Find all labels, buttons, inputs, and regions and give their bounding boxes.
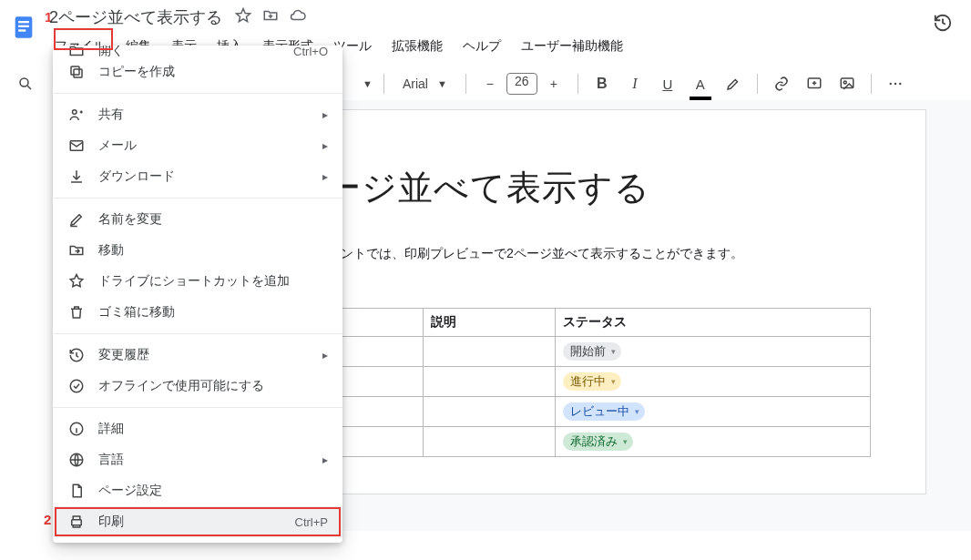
menu-item-move[interactable]: 移動 (53, 235, 342, 266)
history-icon (67, 347, 86, 363)
move-icon[interactable] (262, 7, 279, 27)
menu-item-make-copy[interactable]: コピーを作成 (53, 56, 342, 87)
menu-help[interactable]: ヘルプ (454, 35, 510, 58)
mail-icon (67, 137, 86, 154)
decrease-fontsize-button[interactable]: − (477, 71, 503, 97)
status-chip[interactable]: レビュー中 (563, 402, 645, 421)
menu-item-label: 共有 (98, 107, 310, 123)
insert-link-button[interactable] (769, 71, 794, 97)
menu-separator (53, 333, 342, 334)
toolbar-separator (757, 74, 758, 94)
menu-item-label: 言語 (98, 452, 310, 468)
insert-image-button[interactable] (834, 71, 860, 97)
file-menu-dropdown: 開く Ctrl+O コピーを作成 共有 ▸ メール ▸ ダウンロード ▸ 名前を… (53, 46, 342, 543)
chevron-down-icon[interactable]: ▼ (363, 78, 373, 89)
table-header: ステータス (556, 309, 871, 337)
menu-item-page-setup[interactable]: ページ設定 (53, 475, 342, 506)
status-chip[interactable]: 開始前 (563, 342, 621, 361)
menu-separator (53, 93, 342, 94)
more-toolbar-icon[interactable] (883, 71, 908, 97)
cloud-icon[interactable] (290, 7, 306, 27)
document-heading: ページ並べて表示する (290, 165, 871, 211)
menu-accessibility[interactable]: ユーザー補助機能 (512, 35, 632, 58)
menu-item-rename[interactable]: 名前を変更 (53, 204, 342, 235)
menu-extensions[interactable]: 拡張機能 (383, 35, 452, 58)
table-row: 進行中 (291, 367, 871, 397)
chevron-down-icon: ▼ (437, 78, 447, 89)
svg-rect-18 (72, 520, 82, 525)
globe-icon (67, 452, 86, 468)
document-table[interactable]: イル 説明 ステータス 開始前 進行中 レビュー中 承認済み (290, 308, 871, 457)
menu-item-share[interactable]: 共有 ▸ (53, 99, 342, 130)
rename-icon (67, 211, 86, 228)
menu-item-open[interactable]: 開く Ctrl+O (53, 46, 342, 56)
page-icon (67, 483, 86, 499)
menu-item-add-shortcut[interactable]: ドライブにショートカットを追加 (53, 266, 342, 297)
add-comment-button[interactable] (802, 71, 827, 97)
svg-point-7 (843, 81, 846, 84)
toolbar-separator (871, 74, 872, 94)
svg-point-9 (894, 83, 896, 85)
menu-item-print[interactable]: 印刷 Ctrl+P (53, 506, 342, 537)
menu-item-version-history[interactable]: 変更履歴 ▸ (53, 340, 342, 371)
font-family-label: Arial (403, 76, 428, 91)
shortcut-icon (67, 273, 86, 290)
copy-icon (67, 64, 86, 80)
menu-item-language[interactable]: 言語 ▸ (53, 444, 342, 475)
info-icon (67, 421, 86, 437)
menu-item-label: 変更履歴 (98, 347, 310, 363)
table-header: 説明 (423, 309, 556, 337)
docs-icon (11, 11, 36, 44)
svg-point-10 (899, 83, 901, 85)
menu-item-label: ゴミ箱に移動 (98, 304, 328, 321)
annotation-2: 2 (44, 512, 51, 527)
menu-item-trash[interactable]: ゴミ箱に移動 (53, 297, 342, 328)
menu-item-details[interactable]: 詳細 (53, 413, 342, 444)
submenu-arrow-icon: ▸ (322, 453, 328, 466)
svg-point-4 (20, 78, 28, 87)
menu-item-label: オフラインで使用可能にする (98, 378, 328, 394)
document-title[interactable]: 2ページ並べて表示する (46, 6, 226, 28)
submenu-arrow-icon: ▸ (322, 139, 328, 152)
toolbar-separator (577, 74, 578, 94)
submenu-arrow-icon: ▸ (322, 108, 328, 121)
font-family-select[interactable]: Arial ▼ (395, 76, 455, 91)
bold-button[interactable]: B (589, 71, 615, 97)
docs-logo[interactable] (7, 5, 40, 49)
menu-item-label: 印刷 (98, 514, 282, 530)
highlight-button[interactable] (721, 71, 746, 97)
svg-rect-12 (71, 66, 79, 75)
menu-item-label: 詳細 (98, 421, 328, 437)
status-chip[interactable]: 進行中 (563, 372, 621, 391)
share-icon (67, 107, 86, 123)
increase-fontsize-button[interactable]: + (541, 71, 567, 97)
underline-button[interactable]: U (655, 71, 680, 97)
menu-item-label: ドライブにショートカットを追加 (98, 273, 328, 290)
search-menus-icon[interactable] (13, 71, 38, 97)
svg-point-15 (70, 380, 83, 392)
fontsize-input[interactable]: 26 (506, 73, 537, 95)
toolbar-separator (465, 74, 466, 94)
svg-rect-2 (18, 25, 29, 27)
menu-item-label: メール (98, 137, 310, 154)
table-row: レビュー中 (291, 397, 871, 427)
menu-item-label: ページ設定 (98, 483, 328, 499)
submenu-arrow-icon: ▸ (322, 349, 328, 361)
menu-item-label: コピーを作成 (98, 64, 328, 80)
menu-item-label: ダウンロード (98, 168, 310, 185)
text-color-button[interactable]: A (688, 71, 713, 97)
history-icon[interactable] (933, 13, 953, 36)
menu-item-email[interactable]: メール ▸ (53, 130, 342, 161)
download-icon (67, 168, 86, 185)
print-icon (67, 514, 86, 530)
table-header-row: イル 説明 ステータス (291, 309, 871, 337)
menu-item-offline[interactable]: オフラインで使用可能にする (53, 371, 342, 402)
menu-item-download[interactable]: ダウンロード ▸ (53, 161, 342, 192)
folder-open-icon (67, 46, 86, 56)
star-icon[interactable] (235, 7, 251, 27)
move-folder-icon (67, 242, 86, 259)
status-chip[interactable]: 承認済み (563, 433, 633, 451)
italic-button[interactable]: I (622, 71, 648, 97)
svg-rect-1 (18, 21, 29, 23)
table-row: 承認済み (291, 427, 871, 457)
